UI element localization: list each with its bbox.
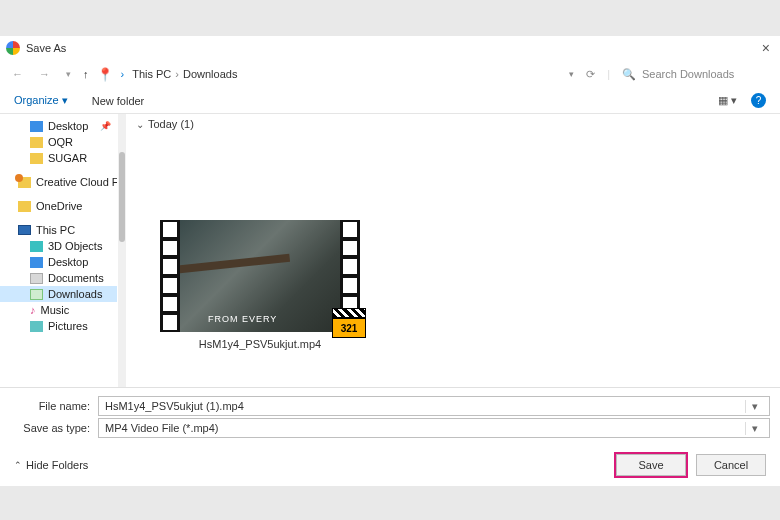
sidebar-item-3dobjects[interactable]: 3D Objects xyxy=(0,238,117,254)
chrome-icon xyxy=(6,41,20,55)
recent-dropdown[interactable]: ▾ xyxy=(62,67,75,81)
filename-input[interactable]: HsM1y4_PSV5ukjut (1).mp4 ▾ xyxy=(98,396,770,416)
chevron-right-icon: › xyxy=(175,68,179,80)
save-as-dialog: Save As × ← → ▾ ↑ 📍 › This PC › Download… xyxy=(0,36,780,486)
close-icon[interactable]: × xyxy=(758,40,774,56)
organize-button[interactable]: Organize ▾ xyxy=(14,94,68,107)
back-button[interactable]: ← xyxy=(8,66,27,82)
help-icon[interactable]: ? xyxy=(751,93,766,108)
search-input[interactable]: 🔍 Search Downloads xyxy=(622,68,772,81)
sidebar-item-oqr[interactable]: OQR xyxy=(0,134,117,150)
sidebar-item-downloads[interactable]: Downloads xyxy=(0,286,117,302)
hide-folders-button[interactable]: ⌃ Hide Folders xyxy=(14,459,88,471)
refresh-icon[interactable]: ⟳ xyxy=(586,68,595,81)
chevron-down-icon[interactable]: ▾ xyxy=(745,422,763,435)
sidebar-item-documents[interactable]: Documents xyxy=(0,270,117,286)
pin-icon: 📍 xyxy=(97,67,113,82)
chevron-down-icon[interactable]: ▾ xyxy=(745,400,763,413)
breadcrumb[interactable]: This PC › Downloads xyxy=(132,68,561,80)
chevron-down-icon: ⌄ xyxy=(136,119,144,130)
sidebar-item-desktop-qa[interactable]: Desktop📌 xyxy=(0,118,117,134)
fields-area: File name: HsM1y4_PSV5ukjut (1).mp4 ▾ Sa… xyxy=(0,387,780,444)
sidebar-item-creativecloud[interactable]: Creative Cloud Fi xyxy=(0,174,117,190)
mpc-overlay-icon: 321 xyxy=(332,308,366,338)
search-placeholder: Search Downloads xyxy=(642,68,734,80)
sidebar-item-desktop[interactable]: Desktop xyxy=(0,254,117,270)
chevron-up-icon: ⌃ xyxy=(14,460,22,470)
sidebar-item-onedrive[interactable]: OneDrive xyxy=(0,198,117,214)
breadcrumb-thispc[interactable]: This PC xyxy=(132,68,171,80)
view-options-button[interactable]: ▦ ▾ xyxy=(718,94,737,107)
video-thumbnail: FROM EVERY 321 xyxy=(160,220,360,332)
window-title: Save As xyxy=(26,42,758,54)
file-name-label: HsM1y4_PSV5ukjut.mp4 xyxy=(160,338,360,350)
sidebar-item-sugar[interactable]: SUGAR xyxy=(0,150,117,166)
cancel-button[interactable]: Cancel xyxy=(696,454,766,476)
new-folder-button[interactable]: New folder xyxy=(92,95,145,107)
nav-row: ← → ▾ ↑ 📍 › This PC › Downloads ▾ ⟳ | 🔍 … xyxy=(0,60,780,88)
footer: ⌃ Hide Folders Save Cancel xyxy=(0,444,780,486)
sidebar-item-music[interactable]: ♪Music xyxy=(0,302,117,318)
search-icon: 🔍 xyxy=(622,68,636,81)
sidebar-item-pictures[interactable]: Pictures xyxy=(0,318,117,334)
save-button[interactable]: Save xyxy=(616,454,686,476)
sidebar-item-thispc[interactable]: This PC xyxy=(0,222,117,238)
titlebar: Save As × xyxy=(0,36,780,60)
savetype-label: Save as type: xyxy=(10,422,98,434)
toolbar: Organize ▾ New folder ▦ ▾ ? xyxy=(0,88,780,114)
group-header-today[interactable]: ⌄ Today (1) xyxy=(136,118,770,130)
filename-label: File name: xyxy=(10,400,98,412)
file-item[interactable]: FROM EVERY 321 HsM1y4_PSV5ukjut.mp4 xyxy=(160,220,360,350)
history-dropdown-icon[interactable]: ▾ xyxy=(569,69,574,79)
sidebar-scrollbar[interactable] xyxy=(118,114,126,387)
breadcrumb-downloads[interactable]: Downloads xyxy=(183,68,237,80)
forward-button[interactable]: → xyxy=(35,66,54,82)
file-list[interactable]: ⌄ Today (1) FROM EVERY 321 xyxy=(126,114,780,387)
sidebar: Desktop📌 OQR SUGAR Creative Cloud Fi One… xyxy=(0,114,118,387)
savetype-select[interactable]: MP4 Video File (*.mp4) ▾ xyxy=(98,418,770,438)
up-button[interactable]: ↑ xyxy=(83,68,89,80)
